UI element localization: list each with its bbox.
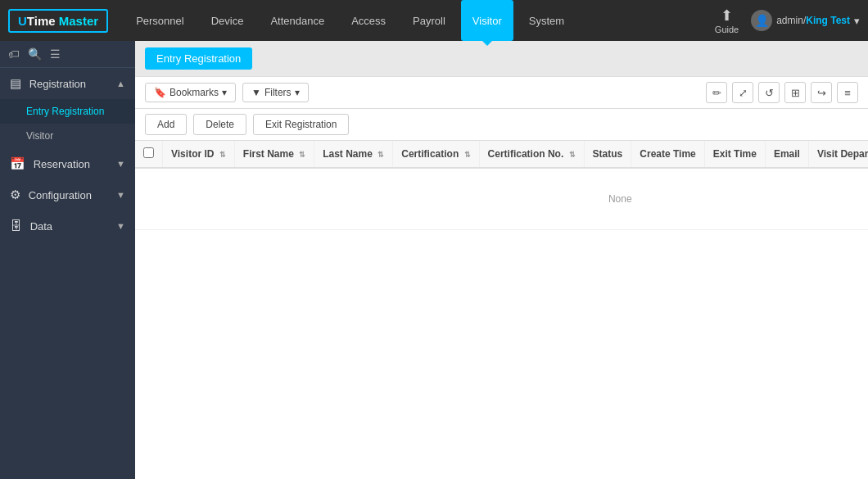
empty-state-text: None <box>135 168 868 230</box>
th-visit-department[interactable]: Visit Department <box>808 141 868 168</box>
th-certification[interactable]: Certification ⇅ <box>393 141 479 168</box>
sidebar-section-data: 🗄 Data ▼ <box>0 210 135 241</box>
refresh-icon-btn[interactable]: ↺ <box>758 82 780 103</box>
configuration-arrow-icon: ▼ <box>116 190 125 200</box>
configuration-section-icon: ⚙ <box>10 188 20 201</box>
nav-access[interactable]: Access <box>340 0 397 41</box>
sidebar-header-registration[interactable]: ▤ Registration ▲ <box>0 68 135 99</box>
sidebar-data-label: Data <box>30 220 52 233</box>
th-first-name[interactable]: First Name ⇅ <box>234 141 314 168</box>
user-avatar: 👤 <box>751 10 772 31</box>
guide-button[interactable]: ⬆ Guide <box>715 7 739 34</box>
reservation-section-icon: 📅 <box>10 156 25 170</box>
nav-personnel[interactable]: Personnel <box>124 0 196 41</box>
columns-icon-btn[interactable]: ⊞ <box>784 82 806 103</box>
reservation-arrow-icon: ▼ <box>116 159 125 169</box>
entry-registration-page-btn[interactable]: Entry Registration <box>145 47 252 70</box>
top-nav: UTime Master Personnel Device Attendance… <box>0 0 868 41</box>
sidebar-section-configuration: ⚙ Configuration ▼ <box>0 179 135 210</box>
th-last-name[interactable]: Last Name ⇅ <box>314 141 393 168</box>
sidebar-section-reservation: 📅 Reservation ▼ <box>0 148 135 179</box>
data-table: Visitor ID ⇅ First Name ⇅ Last Name ⇅ <box>135 141 868 230</box>
expand-icon-btn[interactable]: ⤢ <box>732 82 753 103</box>
export-icon-btn[interactable]: ↪ <box>811 82 832 103</box>
data-section-icon: 🗄 <box>10 219 22 233</box>
nav-payroll[interactable]: Payroll <box>401 0 457 41</box>
toolbar: 🔖 Bookmarks ▾ ▼ Filters ▾ ✏ ⤢ ↺ ⊞ ↪ ≡ <box>135 77 868 109</box>
sidebar-configuration-label: Configuration <box>29 189 92 201</box>
action-bar: Add Delete Exit Registration <box>135 109 868 141</box>
user-dropdown-icon: ▾ <box>854 15 860 27</box>
settings-icon-btn[interactable]: ≡ <box>837 82 858 103</box>
top-right-area: ⬆ Guide 👤 admin/King Test ▾ <box>715 7 860 34</box>
data-table-container[interactable]: Visitor ID ⇅ First Name ⇅ Last Name ⇅ <box>135 141 868 479</box>
sidebar-header-reservation[interactable]: 📅 Reservation ▼ <box>0 148 135 179</box>
filters-label: Filters <box>264 87 292 98</box>
th-create-time[interactable]: Create Time <box>631 141 704 168</box>
exit-registration-button[interactable]: Exit Registration <box>253 114 349 135</box>
edit-icon-btn[interactable]: ✏ <box>706 82 727 103</box>
sidebar-header-data[interactable]: 🗄 Data ▼ <box>0 210 135 241</box>
add-button[interactable]: Add <box>145 114 187 135</box>
sidebar-reservation-label: Reservation <box>34 158 90 170</box>
tag-icon[interactable]: 🏷 <box>8 47 20 61</box>
sidebar-icons-row: 🏷 🔍 ☰ <box>0 41 135 68</box>
sub-header: Entry Registration <box>135 41 868 77</box>
nav-visitor[interactable]: Visitor <box>461 0 513 41</box>
guide-label: Guide <box>715 25 739 34</box>
sidebar-registration-label: Registration <box>29 78 86 90</box>
th-status[interactable]: Status <box>584 141 631 168</box>
user-menu[interactable]: 👤 admin/King Test ▾ <box>751 10 860 31</box>
right-icon-group: ✏ ⤢ ↺ ⊞ ↪ ≡ <box>706 82 858 103</box>
sidebar: 🏷 🔍 ☰ ▤ Registration ▲ Entry Registratio… <box>0 41 135 479</box>
logo-master: Master <box>59 14 98 28</box>
sidebar-header-configuration[interactable]: ⚙ Configuration ▼ <box>0 179 135 210</box>
bookmark-icon: 🔖 <box>154 87 166 98</box>
th-checkbox[interactable] <box>135 141 163 168</box>
nav-device[interactable]: Device <box>200 0 255 41</box>
sort-certification-no: ⇅ <box>569 151 576 159</box>
user-name: admin/King Test <box>776 15 850 26</box>
data-arrow-icon: ▼ <box>116 221 125 231</box>
main-content: Entry Registration 🔖 Bookmarks ▾ ▼ Filte… <box>135 41 868 479</box>
sort-certification: ⇅ <box>464 151 471 159</box>
guide-icon: ⬆ <box>721 7 733 25</box>
sort-last-name: ⇅ <box>377 151 384 159</box>
filter-icon: ▼ <box>251 87 261 98</box>
registration-arrow-icon: ▲ <box>116 79 125 88</box>
registration-section-icon: ▤ <box>10 76 21 90</box>
sidebar-item-entry-registration[interactable]: Entry Registration <box>0 99 135 124</box>
nav-attendance[interactable]: Attendance <box>259 0 336 41</box>
bookmarks-button[interactable]: 🔖 Bookmarks ▾ <box>145 83 236 102</box>
filters-arrow-icon: ▾ <box>295 87 300 98</box>
th-exit-time[interactable]: Exit Time <box>704 141 765 168</box>
logo-time: Time <box>27 14 56 28</box>
bookmarks-label: Bookmarks <box>170 87 219 98</box>
list-icon[interactable]: ☰ <box>50 47 61 61</box>
app-logo[interactable]: UTime Master <box>8 9 108 33</box>
th-certification-no[interactable]: Certification No. ⇅ <box>479 141 584 168</box>
main-layout: 🏷 🔍 ☰ ▤ Registration ▲ Entry Registratio… <box>0 41 868 479</box>
logo-u: U <box>18 14 27 28</box>
th-visitor-id[interactable]: Visitor ID ⇅ <box>163 141 235 168</box>
nav-items: Personnel Device Attendance Access Payro… <box>124 0 715 41</box>
sidebar-section-registration: ▤ Registration ▲ Entry Registration Visi… <box>0 68 135 148</box>
sort-first-name: ⇅ <box>299 151 305 159</box>
nav-system[interactable]: System <box>518 0 576 41</box>
empty-state-row: None <box>135 168 868 230</box>
bookmarks-arrow-icon: ▾ <box>222 87 227 98</box>
search-icon[interactable]: 🔍 <box>28 47 42 61</box>
table-header-row: Visitor ID ⇅ First Name ⇅ Last Name ⇅ <box>135 141 868 168</box>
filters-button[interactable]: ▼ Filters ▾ <box>242 83 309 102</box>
delete-button[interactable]: Delete <box>193 114 246 135</box>
th-email[interactable]: Email <box>765 141 808 168</box>
sort-visitor-id: ⇅ <box>219 151 226 159</box>
sidebar-item-visitor[interactable]: Visitor <box>0 124 135 148</box>
select-all-checkbox[interactable] <box>143 147 154 158</box>
